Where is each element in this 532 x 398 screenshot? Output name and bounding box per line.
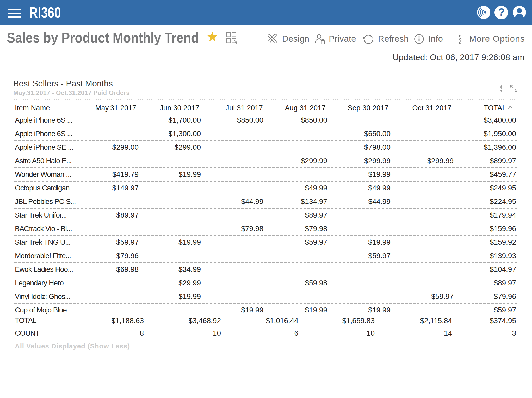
svg-text:?: ? [498, 6, 505, 18]
